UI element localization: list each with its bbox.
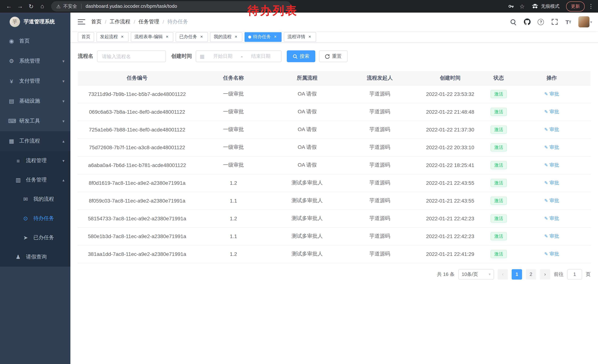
sidebar-item-workflow[interactable]: ▦ 工作流程 ▴ xyxy=(0,131,70,151)
sidebar-item-label: 请假查询 xyxy=(26,254,47,260)
status-badge: 激活 xyxy=(490,143,507,152)
sidebar-item-label: 任务管理 xyxy=(26,177,47,183)
approve-link[interactable]: ✎ 审批 xyxy=(544,251,559,257)
refresh-icon[interactable]: ↻ xyxy=(26,1,36,11)
yen-icon: ¥ xyxy=(8,78,15,84)
update-button[interactable]: 更新 xyxy=(566,1,585,11)
goto-page-input[interactable] xyxy=(567,269,582,279)
reset-button[interactable]: 重置 xyxy=(319,50,348,62)
cell-task-name: 一级审批 xyxy=(196,85,270,103)
sidebar-item-leave-query[interactable]: ♟ 请假查询 xyxy=(0,247,70,267)
process-name-input[interactable] xyxy=(97,50,166,62)
sidebar-item-label: 系统管理 xyxy=(19,58,40,65)
total-count: 共 16 条 xyxy=(437,271,455,277)
cell-starter: 芋道源码 xyxy=(344,227,416,245)
cell-task-name: 1.2 xyxy=(196,245,270,263)
github-icon[interactable] xyxy=(523,17,531,26)
approve-link[interactable]: ✎ 审批 xyxy=(544,215,559,222)
incognito-icon xyxy=(532,4,538,9)
screen: ← → ↻ ⌂ ⚠ 不安全 dashboard.yudao.iocoder.cn… xyxy=(0,0,598,364)
user-icon: ♟ xyxy=(15,254,22,260)
tab-my-process[interactable]: 我的流程× xyxy=(210,32,242,42)
approve-link[interactable]: ✎ 审批 xyxy=(544,91,559,97)
dashboard-icon: ◉ xyxy=(8,38,15,44)
approve-link[interactable]: ✎ 审批 xyxy=(544,126,559,133)
sidebar-item-devtools[interactable]: ⌨ 研发工具 ▾ xyxy=(0,111,70,131)
app-logo: 芋 xyxy=(10,17,20,27)
cell-task-name: 一级审批 xyxy=(196,156,270,174)
tab-todo-tasks[interactable]: 待办任务× xyxy=(245,32,282,42)
font-size-icon[interactable]: TT xyxy=(565,17,572,26)
sidebar-menu: ◉ 首页 ⚙ 系统管理 ▾ ¥ 支付管理 ▾ ▤ 基础设施 ▾ xyxy=(0,31,70,267)
search-button[interactable]: 搜索 xyxy=(287,50,315,62)
fullscreen-icon[interactable] xyxy=(551,17,558,26)
table-row: 73211d9d-7b9b-11ec-b5b7-acde48001122 一级审… xyxy=(78,85,590,103)
approve-link[interactable]: ✎ 审批 xyxy=(544,162,559,169)
breadcrumb-workflow[interactable]: 工作流程 xyxy=(110,18,130,25)
date-range-picker[interactable]: ▦ 开始日期 - 结束日期 xyxy=(196,50,282,62)
password-key-icon[interactable] xyxy=(506,1,516,11)
home-icon[interactable]: ⌂ xyxy=(37,1,47,11)
sidebar-item-task-management[interactable]: ▥ 任务管理 ▴ xyxy=(0,170,70,190)
prev-page-button[interactable]: ‹ xyxy=(498,269,508,279)
close-icon[interactable]: × xyxy=(233,34,239,40)
chevron-down-icon: ▾ xyxy=(62,79,65,83)
approve-link[interactable]: ✎ 审批 xyxy=(544,108,559,115)
sidebar-item-process-management[interactable]: ≡ 流程管理 ▾ xyxy=(0,151,70,170)
close-icon[interactable]: × xyxy=(307,34,312,40)
bookmark-star-icon[interactable]: ☆ xyxy=(517,1,527,11)
end-date-placeholder: 结束日期 xyxy=(244,53,277,60)
sidebar-item-my-process[interactable]: ✉ 我的流程 xyxy=(0,190,70,209)
edit-pen-icon: ✎ xyxy=(544,145,548,150)
tab-home[interactable]: 首页 xyxy=(78,32,94,42)
workflow-submenu: ≡ 流程管理 ▾ ▥ 任务管理 ▴ ✉ 我的流程 ⊙ xyxy=(0,151,70,267)
cell-starter: 芋道源码 xyxy=(344,210,416,227)
approve-link[interactable]: ✎ 审批 xyxy=(544,197,559,204)
approve-link[interactable]: ✎ 审批 xyxy=(544,144,559,151)
next-page-button[interactable]: › xyxy=(540,269,550,279)
help-icon[interactable]: ? xyxy=(537,17,545,26)
tab-form-edit[interactable]: 流程表单-编辑× xyxy=(131,32,173,42)
cell-task-id: a6aba0a4-7b6d-11ec-b781-acde48001122 xyxy=(78,156,196,174)
edit-pen-icon: ✎ xyxy=(544,234,548,239)
edit-pen-icon: ✎ xyxy=(544,198,548,203)
sidebar-toggle-icon[interactable] xyxy=(78,19,85,24)
sidebar-item-home[interactable]: ◉ 首页 xyxy=(0,31,70,51)
cell-starter: 芋道源码 xyxy=(344,156,416,174)
avatar[interactable]: ▾ xyxy=(578,17,592,26)
divider xyxy=(81,4,82,9)
page-button-2[interactable]: 2 xyxy=(526,269,536,279)
approve-link[interactable]: ✎ 审批 xyxy=(544,233,559,240)
forward-icon[interactable]: → xyxy=(15,1,25,11)
sidebar-item-done-tasks[interactable]: ➤ 已办任务 xyxy=(0,228,70,247)
page-content: 流程名 创建时间 ▦ 开始日期 - 结束日期 搜索 xyxy=(70,43,598,364)
sidebar-item-infrastructure[interactable]: ▤ 基础设施 ▾ xyxy=(0,91,70,111)
back-icon[interactable]: ← xyxy=(4,1,14,11)
approve-link[interactable]: ✎ 审批 xyxy=(544,180,559,186)
sidebar-item-todo-tasks[interactable]: ⊙ 待办任务 xyxy=(0,209,70,228)
search-icon[interactable] xyxy=(510,17,517,26)
tags-view-bar: 首页 发起流程× 流程表单-编辑× 已办任务× 我的流程× 待办任务× 流程详情… xyxy=(70,31,598,43)
breadcrumb-current: 待办任务 xyxy=(167,18,188,25)
tab-done-tasks[interactable]: 已办任务× xyxy=(176,32,208,42)
close-icon[interactable]: × xyxy=(199,34,204,40)
page-button-1[interactable]: 1 xyxy=(512,269,522,279)
cell-task-name: 一级审批 xyxy=(196,121,270,138)
cell-starter: 芋道源码 xyxy=(344,121,416,138)
app-logo-row[interactable]: 芋 芋道管理系统 xyxy=(0,13,70,31)
close-icon[interactable]: × xyxy=(165,34,170,40)
page-size-select[interactable]: 10条/页 ▾ xyxy=(458,269,494,279)
sidebar-item-label: 待办任务 xyxy=(33,215,54,222)
breadcrumb-task-management[interactable]: 任务管理 xyxy=(139,18,159,25)
breadcrumb-home[interactable]: 首页 xyxy=(91,18,101,25)
sidebar-item-payment[interactable]: ¥ 支付管理 ▾ xyxy=(0,71,70,91)
close-icon[interactable]: × xyxy=(273,34,278,40)
tab-start-process[interactable]: 发起流程× xyxy=(96,32,129,42)
tab-process-detail[interactable]: 流程详情× xyxy=(284,32,316,42)
cell-starter: 芋道源码 xyxy=(344,174,416,192)
close-icon[interactable]: × xyxy=(120,34,125,40)
browser-menu-icon[interactable]: ⋮ xyxy=(588,3,594,10)
address-bar[interactable]: ⚠ 不安全 dashboard.yudao.iocoder.cn/bpm/tas… xyxy=(51,1,291,11)
sidebar-item-system[interactable]: ⚙ 系统管理 ▾ xyxy=(0,51,70,71)
cell-process: OA 请假 xyxy=(270,138,344,156)
